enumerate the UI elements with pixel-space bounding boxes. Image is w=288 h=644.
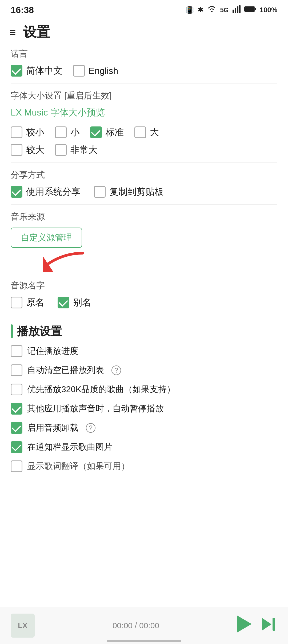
arrow-container xyxy=(11,253,277,277)
font-l-label: 大 xyxy=(150,126,159,138)
audio-offload-row[interactable]: 启用音频卸载 ? xyxy=(11,422,277,434)
font-size-section: 字体大小设置 [重启后生效] LX Music 字体大小预览 较小 小 标准 大 xyxy=(11,90,277,156)
header: ≡ 设置 xyxy=(0,18,288,45)
320k-label: 优先播放320K品质的歌曲（如果支持） xyxy=(27,384,175,395)
play-settings-header: 播放设置 xyxy=(11,324,277,339)
language-label: 诺言 xyxy=(11,48,277,60)
audio-offload-label: 启用音频卸载 xyxy=(27,422,78,434)
font-m-option[interactable]: 标准 xyxy=(90,126,124,138)
custom-source-button[interactable]: 自定义源管理 xyxy=(11,228,82,248)
language-options: 简体中文 English xyxy=(11,65,277,77)
battery-percent: 100% xyxy=(260,6,278,14)
nav-indicator xyxy=(107,640,181,642)
help-icon-audio-offload[interactable]: ? xyxy=(86,423,95,433)
font-s-checkbox[interactable] xyxy=(55,126,67,138)
last-item-checkbox[interactable] xyxy=(11,460,22,472)
svg-rect-4 xyxy=(239,5,241,13)
font-xs-label: 较小 xyxy=(26,126,44,138)
auto-pause-row[interactable]: 其他应用播放声音时，自动暂停播放 xyxy=(11,403,277,415)
source-name-section: 音源名字 原名 别名 xyxy=(11,280,277,309)
original-name-option[interactable]: 原名 xyxy=(11,296,44,309)
font-xxl-option[interactable]: 非常大 xyxy=(55,144,98,156)
show-cover-row[interactable]: 在通知栏显示歌曲图片 xyxy=(11,441,277,453)
font-m-label: 标准 xyxy=(106,126,124,138)
divider-3 xyxy=(11,204,277,205)
source-name-label: 音源名字 xyxy=(11,280,277,292)
auto-pause-label: 其他应用播放声音时，自动暂停播放 xyxy=(27,403,164,415)
svg-rect-10 xyxy=(273,618,275,631)
font-m-checkbox[interactable] xyxy=(90,126,102,138)
system-share-label: 使用系统分享 xyxy=(26,186,81,198)
alias-label: 别名 xyxy=(73,296,91,309)
font-xs-option[interactable]: 较小 xyxy=(11,126,44,138)
svg-rect-3 xyxy=(237,6,238,13)
320k-row[interactable]: 优先播放320K品质的歌曲（如果支持） xyxy=(11,384,277,395)
player-controls xyxy=(237,615,277,635)
english-checkbox[interactable] xyxy=(73,65,85,77)
svg-rect-2 xyxy=(235,8,236,13)
settings-content: 诺言 简体中文 English 字体大小设置 [重启后生效] LX Music … xyxy=(0,48,288,472)
font-xl-checkbox[interactable] xyxy=(11,144,22,156)
clipboard-checkbox[interactable] xyxy=(94,186,106,198)
player-thumbnail: LX xyxy=(11,614,35,638)
wifi-icon xyxy=(207,5,216,15)
font-preview: LX Music 字体大小预览 xyxy=(11,106,277,119)
signal-bars-icon xyxy=(233,5,241,15)
red-arrow-icon xyxy=(43,251,85,272)
auto-clear-checkbox[interactable] xyxy=(11,364,22,376)
original-name-label: 原名 xyxy=(26,296,44,309)
font-l-option[interactable]: 大 xyxy=(134,126,159,138)
clipboard-label: 复制到剪贴板 xyxy=(109,186,164,198)
remember-progress-checkbox[interactable] xyxy=(11,345,22,357)
auto-pause-checkbox[interactable] xyxy=(11,403,22,415)
english-label: English xyxy=(89,66,118,76)
auto-clear-row[interactable]: 自动清空已播放列表 ? xyxy=(11,364,277,376)
original-name-checkbox[interactable] xyxy=(11,297,22,308)
battery-icon xyxy=(244,6,256,14)
player-time: 00:00 / 00:00 xyxy=(35,621,237,630)
menu-icon[interactable]: ≡ xyxy=(10,27,16,38)
font-xl-option[interactable]: 较大 xyxy=(11,144,44,156)
system-share-checkbox[interactable] xyxy=(11,186,22,198)
play-settings-title: 播放设置 xyxy=(17,324,62,339)
font-xxl-label: 非常大 xyxy=(70,144,98,156)
play-button[interactable] xyxy=(237,615,252,635)
font-s-option[interactable]: 小 xyxy=(55,126,79,138)
audio-offload-checkbox[interactable] xyxy=(11,422,22,434)
help-icon-auto-clear[interactable]: ? xyxy=(111,365,121,375)
divider-1 xyxy=(11,83,277,84)
clipboard-option[interactable]: 复制到剪贴板 xyxy=(94,186,164,198)
5g-icon1: 5G xyxy=(220,6,229,14)
chinese-checkbox[interactable] xyxy=(11,65,22,77)
auto-clear-label: 自动清空已播放列表 xyxy=(27,364,104,376)
last-item-label: 显示歌词翻译（如果可用） xyxy=(27,460,130,472)
320k-checkbox[interactable] xyxy=(11,384,22,395)
music-source-section: 音乐来源 自定义源管理 xyxy=(11,211,277,277)
skip-forward-button[interactable] xyxy=(261,617,277,634)
svg-marker-9 xyxy=(262,618,271,631)
divider-4 xyxy=(11,315,277,315)
svg-point-0 xyxy=(211,11,213,12)
status-icons: 📳 ✱ 5G 100% xyxy=(185,5,277,15)
alias-checkbox[interactable] xyxy=(58,297,69,308)
svg-rect-6 xyxy=(255,8,256,10)
green-accent-bar xyxy=(11,324,13,338)
chinese-option[interactable]: 简体中文 xyxy=(11,65,62,77)
font-xs-checkbox[interactable] xyxy=(11,126,22,138)
alias-option[interactable]: 别名 xyxy=(58,296,91,309)
music-source-label: 音乐来源 xyxy=(11,211,277,223)
vibrate-icon: 📳 xyxy=(185,6,194,14)
show-cover-label: 在通知栏显示歌曲图片 xyxy=(27,441,113,453)
last-item-row[interactable]: 显示歌词翻译（如果可用） xyxy=(11,460,277,472)
bottom-player: LX 00:00 / 00:00 xyxy=(0,607,288,644)
remember-progress-row[interactable]: 记住播放进度 xyxy=(11,345,277,357)
show-cover-checkbox[interactable] xyxy=(11,441,22,453)
svg-rect-1 xyxy=(233,10,234,13)
play-settings-section: 播放设置 记住播放进度 自动清空已播放列表 ? 优先播放320K品质的歌曲（如果… xyxy=(11,324,277,472)
font-s-label: 小 xyxy=(70,126,79,138)
english-option[interactable]: English xyxy=(73,65,118,77)
font-l-checkbox[interactable] xyxy=(134,126,146,138)
system-share-option[interactable]: 使用系统分享 xyxy=(11,186,81,198)
font-xxl-checkbox[interactable] xyxy=(55,144,67,156)
page-title: 设置 xyxy=(23,23,50,41)
